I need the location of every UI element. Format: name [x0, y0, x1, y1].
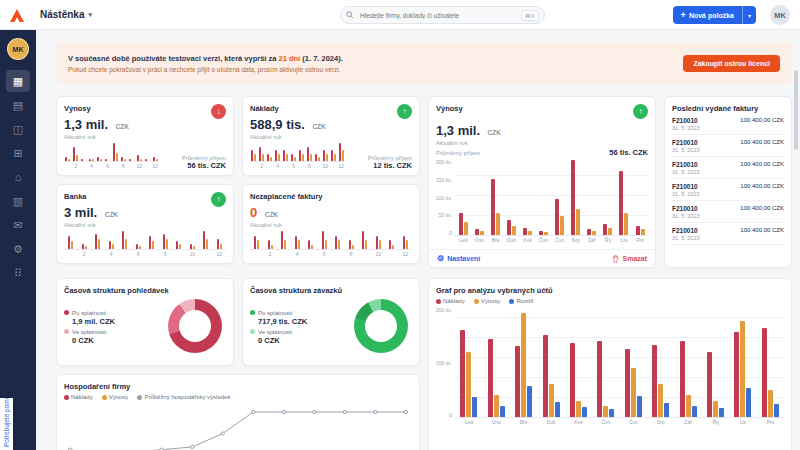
- buy-license-button[interactable]: Zakoupit ostrou licenci: [683, 55, 780, 72]
- bar: [528, 231, 532, 236]
- legend-label: Náklady: [443, 298, 465, 304]
- bar: [315, 154, 317, 161]
- card-title: Banka: [64, 192, 118, 201]
- bar: [139, 246, 141, 249]
- bar: [406, 240, 408, 249]
- bar: [459, 213, 463, 236]
- bar: [275, 150, 277, 161]
- bar: [624, 213, 628, 236]
- chart-legend: NákladyVýnosyPrůběžný hospodářský výsled…: [64, 394, 412, 400]
- receivables-card[interactable]: Časová struktura pohledávek Po splatnost…: [56, 278, 234, 366]
- card-title: Graf pro analýzu vybraných účtů: [436, 286, 784, 295]
- new-item-dropdown-button[interactable]: ▾: [742, 6, 756, 24]
- revenue-card[interactable]: Výnosy 1,3 mil. CZK Aktuální rok ↓ 24681…: [56, 96, 234, 176]
- invoice-row[interactable]: F21001031. 5. 2023100 400,00 CZK: [672, 201, 784, 223]
- sidebar-item-bank-icon[interactable]: ⌂: [6, 166, 30, 188]
- bar: [325, 240, 327, 249]
- bar: [740, 321, 745, 417]
- bar: [322, 231, 324, 249]
- page-title-wrap[interactable]: Nástěnka ▾: [40, 9, 92, 20]
- bar: [156, 159, 158, 161]
- bar: [122, 231, 124, 249]
- sidebar-item-cash-icon[interactable]: ⊞: [6, 142, 30, 164]
- bar: [98, 239, 100, 249]
- help-tab[interactable]: Potřebujete pomoc?: [0, 398, 13, 450]
- x-axis: LedÚnoBřeDubKvěČvnČvcSrpZářŘíjLisPro: [455, 419, 784, 426]
- bar: [636, 226, 640, 235]
- bar: [592, 231, 596, 235]
- legend-label: Rozdíl: [516, 298, 533, 304]
- invoice-row[interactable]: F21001031. 5. 2023100 400,00 CZK: [672, 135, 784, 157]
- bar: [136, 244, 138, 249]
- legend-value: 717,9 tis. CZK: [258, 317, 307, 326]
- payables-card[interactable]: Časová struktura závazků Po splatnosti 7…: [242, 278, 420, 366]
- card-title: Poslední vydané faktury: [672, 104, 784, 113]
- avg-value: 56 tis. CZK: [182, 161, 226, 170]
- bar: [193, 246, 195, 249]
- invoice-number: F210010: [672, 117, 700, 124]
- bar: [342, 150, 344, 161]
- legend-item: Výnosy: [102, 394, 129, 400]
- sidebar-item-apps-icon[interactable]: ⠿: [6, 262, 30, 284]
- bar: [124, 159, 126, 161]
- sidebar-item-reports-icon[interactable]: ▥: [6, 190, 30, 212]
- invoice-row[interactable]: F21001031. 5. 2023100 400,00 CZK: [672, 179, 784, 201]
- sidebar-item-settings-icon[interactable]: ⚙: [6, 238, 30, 260]
- app-logo[interactable]: [10, 8, 24, 26]
- top-header: Nástěnka ▾ ⌘K + Nová položka ▾ MK: [0, 0, 800, 30]
- trial-days-left: 21 dní: [279, 54, 301, 63]
- search-input[interactable]: [358, 11, 517, 20]
- bank-card[interactable]: Banka 3 mil. CZK Aktuální rok ↑ 24681012: [56, 184, 234, 264]
- bar: [334, 154, 336, 161]
- delete-link[interactable]: Smazat: [612, 255, 647, 263]
- sidebar-item-invoices-icon[interactable]: ◫: [6, 118, 30, 140]
- bar: [81, 159, 83, 161]
- sidebar-item-documents-icon[interactable]: ▤: [6, 94, 30, 116]
- card-period: Aktuální rok: [436, 140, 648, 146]
- bar: [129, 159, 131, 161]
- settings-link[interactable]: ⚙ Nastavení: [437, 254, 480, 263]
- bar: [512, 226, 516, 235]
- bar: [152, 241, 154, 249]
- invoice-row[interactable]: F21001031. 5. 2023100 400,00 CZK: [672, 157, 784, 179]
- invoice-amount: 100 400,00 CZK: [740, 227, 784, 233]
- trial-expiry-date: (1. 7. 2024).: [302, 54, 342, 63]
- sidebar-item-mail-icon[interactable]: ✉: [6, 214, 30, 236]
- search-box[interactable]: ⌘K: [340, 6, 545, 24]
- card-period: Aktuální rok: [250, 222, 323, 228]
- bar: [206, 239, 208, 249]
- search-shortcut-hint: ⌘K: [521, 10, 539, 21]
- sidebar-item-dashboard-icon[interactable]: ▦: [6, 70, 30, 92]
- invoice-number: F210010: [672, 205, 700, 212]
- bar: [576, 401, 581, 417]
- bar: [603, 224, 607, 235]
- bar: [609, 409, 614, 417]
- bar: [582, 407, 587, 417]
- bar: [283, 150, 285, 161]
- accounts-analysis-card[interactable]: Graf pro analýzu vybraných účtů NákladyV…: [428, 278, 792, 450]
- latest-invoices-card[interactable]: Poslední vydané faktury F21001031. 5. 20…: [664, 96, 792, 268]
- invoice-row[interactable]: F21001031. 5. 2023100 400,00 CZK: [672, 223, 784, 245]
- legend-dot: [509, 299, 514, 304]
- invoice-row[interactable]: F21001031. 5. 2023100 400,00 CZK: [672, 113, 784, 135]
- bar: [112, 244, 114, 249]
- new-item-button[interactable]: + Nová položka: [673, 6, 742, 24]
- company-results-card[interactable]: Hospodaření firmy NákladyVýnosyPrůběžný …: [56, 374, 420, 450]
- page-scrollbar[interactable]: [794, 70, 798, 150]
- unpaid-invoices-card[interactable]: Nezaplacené faktury 0 CZK Aktuální rok 2…: [242, 184, 420, 264]
- costs-card[interactable]: Náklady 588,9 tis. CZK Aktuální rok ↑ 24…: [242, 96, 420, 176]
- y-axis: 200 tis.100 tis.0: [436, 308, 455, 426]
- chart-legend: NákladyVýnosyRozdíl: [436, 298, 784, 304]
- avg-value: 56 tis. CZK: [609, 148, 648, 157]
- invoice-number: F210010: [672, 139, 700, 146]
- sidebar-avatar[interactable]: MK: [7, 38, 29, 60]
- bar: [308, 240, 310, 249]
- user-avatar[interactable]: MK: [770, 5, 790, 25]
- bar: [100, 159, 102, 161]
- bar: [515, 346, 520, 417]
- invoice-date: 31. 5. 2023: [672, 213, 700, 219]
- company-results-line-chart: [64, 406, 412, 450]
- trend-down-badge: ↓: [211, 104, 226, 119]
- bar: [480, 231, 484, 235]
- revenue-detail-card[interactable]: Výnosy ↑ 1,3 mil. CZK Aktuální rok Průmě…: [428, 96, 656, 268]
